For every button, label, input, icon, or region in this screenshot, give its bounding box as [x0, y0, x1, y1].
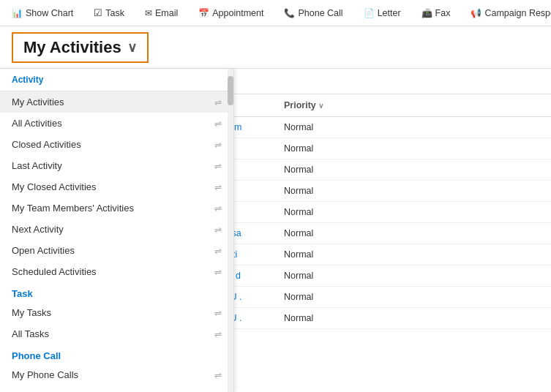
priority-cell: Normal — [278, 203, 395, 221]
priority-cell: Normal — [278, 225, 395, 242]
priority-cell: Normal — [278, 309, 395, 327]
letter-icon — [364, 8, 375, 18]
sort-priority-icon: ∨ — [318, 102, 323, 110]
letter-button[interactable]: Letter — [358, 5, 407, 21]
toolbar: Show Chart Task Email Appointment Phone … — [0, 0, 551, 26]
dropdown-item-my-tasks[interactable]: My Tasks ⇌ — [0, 302, 233, 323]
pin-icon: ⇌ — [214, 308, 222, 318]
pin-icon: ⇌ — [214, 140, 222, 150]
pin-icon: ⇌ — [214, 161, 222, 171]
dropdown-item-label: Open Activities — [12, 245, 75, 256]
task-button[interactable]: Task — [88, 4, 130, 21]
dropdown-item-closed-activities[interactable]: Closed Activities ⇌ — [0, 134, 233, 155]
th-priority[interactable]: Priority ∨ — [278, 97, 395, 113]
pin-icon: ⇌ — [214, 118, 222, 129]
task-label: Task — [105, 8, 124, 18]
dropdown-item-label: My Closed Activities — [12, 181, 97, 192]
priority-cell: Normal — [278, 267, 395, 284]
dropdown-item-label: All Tasks — [12, 328, 49, 339]
dropdown-item-all-phone-calls[interactable]: All Phone Calls ⇌ — [0, 385, 233, 392]
pin-icon: ⇌ — [214, 203, 222, 214]
scrollbar-thumb[interactable] — [228, 76, 233, 105]
pin-icon: ⇌ — [214, 246, 222, 256]
fax-icon — [421, 8, 432, 18]
dropdown-category-task: Task — [0, 282, 233, 302]
dropdown-item-label: Last Activity — [12, 160, 62, 171]
header-row: My Activities ∨ — [0, 26, 551, 69]
campaign-response-label: Campaign Response — [484, 8, 551, 18]
dropdown-item-label: My Tasks — [12, 307, 51, 318]
dropdown-items-list: My Activities ⇌ All Activities ⇌ Closed … — [0, 91, 233, 392]
dropdown-item-scheduled-activities[interactable]: Scheduled Activities ⇌ — [0, 261, 233, 282]
phone-call-button[interactable]: Phone Call — [278, 5, 348, 21]
dropdown-item-my-closed-activities[interactable]: My Closed Activities ⇌ — [0, 176, 233, 197]
dropdown-item-label: Scheduled Activities — [12, 266, 97, 277]
priority-cell: Normal — [278, 182, 395, 200]
fax-label: Fax — [435, 8, 451, 18]
scrollbar-track[interactable] — [228, 69, 233, 392]
campaign-response-button[interactable]: Campaign Response — [465, 5, 551, 21]
dropdown-item-label: My Activities — [12, 97, 64, 108]
pin-icon: ⇌ — [214, 370, 222, 380]
dropdown-item-label: All Activities — [12, 118, 62, 129]
priority-cell: Normal — [278, 118, 395, 136]
main-area: Activity My Activities ⇌ All Activities … — [0, 69, 551, 392]
page-title: My Activities — [23, 38, 121, 57]
appointment-button[interactable]: Appointment — [192, 5, 269, 21]
letter-label: Letter — [378, 8, 401, 18]
dropdown-item-label: My Phone Calls — [12, 369, 78, 380]
campaign-icon — [471, 8, 481, 18]
priority-cell: Normal — [278, 140, 395, 157]
dropdown-item-next-activity[interactable]: Next Activity ⇌ — [0, 219, 233, 240]
task-icon — [94, 7, 102, 18]
appointment-icon — [198, 8, 209, 18]
dropdown-section-activity: Activity — [0, 69, 233, 91]
appointment-label: Appointment — [212, 8, 263, 18]
dropdown-panel: Activity My Activities ⇌ All Activities … — [0, 69, 234, 392]
dropdown-item-my-phone-calls[interactable]: My Phone Calls ⇌ — [0, 364, 233, 385]
email-label: Email — [155, 8, 178, 18]
dropdown-item-label: Closed Activities — [12, 139, 81, 150]
dropdown-category-phone-call: Phone Call — [0, 344, 233, 364]
priority-cell: Normal — [278, 288, 395, 306]
phone-icon — [284, 8, 295, 18]
pin-icon: ⇌ — [214, 97, 222, 108]
show-chart-button[interactable]: Show Chart — [6, 5, 79, 21]
dropdown-item-my-activities[interactable]: My Activities ⇌ — [0, 91, 233, 113]
email-button[interactable]: Email — [139, 5, 184, 21]
dropdown-item-label: My Team Members' Activities — [12, 203, 134, 214]
pin-icon: ⇌ — [214, 182, 222, 192]
my-activities-dropdown-button[interactable]: My Activities ∨ — [12, 32, 149, 63]
dropdown-item-my-team-members-activities[interactable]: My Team Members' Activities ⇌ — [0, 197, 233, 219]
dropdown-item-open-activities[interactable]: Open Activities ⇌ — [0, 240, 233, 261]
email-icon — [145, 8, 152, 18]
chart-icon — [12, 8, 23, 18]
dropdown-item-all-tasks[interactable]: All Tasks ⇌ — [0, 323, 233, 344]
dropdown-item-label: Next Activity — [12, 224, 64, 235]
pin-icon: ⇌ — [214, 329, 222, 339]
fax-button[interactable]: Fax — [416, 5, 457, 21]
phone-call-label: Phone Call — [298, 8, 342, 18]
dropdown-item-last-activity[interactable]: Last Activity ⇌ — [0, 155, 233, 176]
dropdown-item-all-activities[interactable]: All Activities ⇌ — [0, 113, 233, 134]
pin-icon: ⇌ — [214, 267, 222, 277]
show-chart-label: Show Chart — [26, 8, 73, 18]
chevron-down-icon: ∨ — [127, 39, 137, 56]
pin-icon: ⇌ — [214, 225, 222, 235]
priority-cell: Normal — [278, 161, 395, 178]
priority-cell: Normal — [278, 246, 395, 263]
